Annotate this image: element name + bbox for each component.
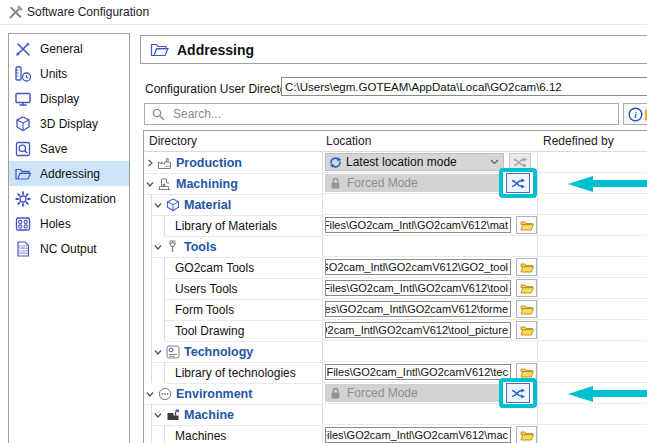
- software-configuration-window: { "window": { "title": "Software Configu…: [0, 0, 647, 443]
- lock-icon: [330, 387, 341, 400]
- arrow-shaft: [593, 390, 647, 397]
- column-header-redefined-by: Redefined by: [537, 134, 647, 148]
- factory-icon: [156, 155, 173, 170]
- path-input[interactable]: am Files\GO2cam_Intl\GO2camV612\tool: [325, 280, 511, 296]
- machine-icon: [164, 407, 181, 422]
- browse-folder-button[interactable]: [516, 279, 537, 297]
- directory-name: Machine: [184, 408, 234, 422]
- save-preview-icon: [13, 139, 33, 159]
- path-input[interactable]: n Files\GO2cam_Intl\GO2camV612\forme: [325, 301, 511, 317]
- sidebar-item-label: NC Output: [40, 242, 97, 256]
- redirect-button[interactable]: [506, 173, 530, 193]
- directory-name: Production: [176, 156, 242, 170]
- search-box: [144, 103, 619, 125]
- path-input[interactable]: \GO2cam_Intl\GO2camV612\tool_picture: [325, 322, 511, 338]
- chevron-down-icon[interactable]: [145, 390, 155, 398]
- arrow-shaft: [593, 180, 647, 187]
- chevron-down-icon[interactable]: [153, 243, 163, 251]
- sidebar-item-customization[interactable]: Customization: [9, 186, 129, 211]
- browse-folder-button[interactable]: [516, 300, 537, 318]
- sidebar-item-save[interactable]: Save: [9, 136, 129, 161]
- sidebar-item-label: Addressing: [40, 167, 100, 181]
- config-user-directory-input[interactable]: [281, 77, 647, 96]
- chevron-down-icon[interactable]: [145, 180, 155, 188]
- browse-folder-button[interactable]: [516, 216, 537, 234]
- redefined-by-cell: [537, 383, 647, 404]
- sidebar-item-nc-output[interactable]: G01G02 NC Output: [9, 236, 129, 261]
- chevron-right-icon[interactable]: [145, 159, 155, 167]
- chevron-down-icon[interactable]: [153, 201, 163, 209]
- divider: [0, 24, 647, 25]
- search-input[interactable]: [171, 106, 618, 122]
- path-input[interactable]: am Files\GO2cam_Intl\GO2camV612\mat: [325, 217, 511, 233]
- redirect-button[interactable]: [506, 383, 530, 403]
- table-row-library-of-technologies[interactable]: Library of technologies ram Files\GO2cam…: [144, 362, 647, 383]
- directory-name: Tool Drawing: [165, 324, 244, 338]
- table-row-material[interactable]: Material: [144, 194, 647, 215]
- info-button[interactable]: i: [623, 103, 647, 125]
- directory-name: Library of technologies: [165, 366, 296, 380]
- sidebar-item-units[interactable]: Units: [9, 61, 129, 86]
- table-row-machine[interactable]: Machine: [144, 404, 647, 425]
- folder-icon: [520, 304, 534, 315]
- directory-name: Form Tools: [165, 303, 234, 317]
- display-icon: [13, 89, 33, 109]
- ellipsis-circle-icon: [156, 386, 173, 401]
- folder-icon: [520, 283, 534, 294]
- table-row-machining[interactable]: Machining Forced Mode: [144, 173, 647, 194]
- table-row-go2cam-tools[interactable]: GO2cam Tools les\GO2cam_Intl\GO2camV612\…: [144, 257, 647, 278]
- forced-mode-label: Forced Mode: [347, 176, 418, 190]
- table-row-form-tools[interactable]: Form Tools n Files\GO2cam_Intl\GO2camV61…: [144, 299, 647, 320]
- chevron-down-icon[interactable]: [153, 411, 163, 419]
- table-row-machines[interactable]: Machines am Files\GO2cam_Intl\GO2camV612…: [144, 425, 647, 443]
- general-icon: [13, 39, 33, 59]
- table-row-users-tools[interactable]: Users Tools am Files\GO2cam_Intl\GO2camV…: [144, 278, 647, 299]
- path-input[interactable]: am Files\GO2cam_Intl\GO2camV612\mac: [325, 427, 511, 443]
- sidebar-item-label: Holes: [40, 217, 71, 231]
- search-icon: [152, 108, 165, 121]
- table-row-environment[interactable]: Environment Forced Mode: [144, 383, 647, 404]
- folder-icon: [520, 367, 534, 378]
- titlebar: Software Configuration: [0, 0, 647, 24]
- path-input[interactable]: les\GO2cam_Intl\GO2camV612\GO2_tool: [325, 259, 511, 275]
- forced-mode-indicator: Forced Mode: [325, 174, 506, 192]
- browse-folder-button[interactable]: [516, 258, 537, 276]
- milling-machine-icon: [156, 176, 173, 191]
- folder-icon: [520, 220, 534, 231]
- sidebar-item-3d-display[interactable]: 3D Display: [9, 111, 129, 136]
- table-row-production[interactable]: Production Latest location mode: [144, 152, 647, 173]
- table-row-tool-drawing[interactable]: Tool Drawing \GO2cam_Intl\GO2camV612\too…: [144, 320, 647, 341]
- folder-icon: [520, 325, 534, 336]
- callout-arrow: [543, 385, 647, 402]
- sidebar-item-label: Customization: [40, 192, 116, 206]
- sidebar-item-addressing[interactable]: Addressing: [9, 161, 129, 186]
- sidebar-item-holes[interactable]: Holes: [9, 211, 129, 236]
- path-input[interactable]: ram Files\GO2cam_Intl\GO2camV612\tec: [325, 364, 511, 380]
- directory-name: Library of Materials: [165, 219, 277, 233]
- sidebar-item-label: Save: [40, 142, 67, 156]
- table-row-tools[interactable]: Tools: [144, 236, 647, 257]
- browse-folder-button[interactable]: [516, 426, 537, 443]
- table-header: Directory Location Redefined by: [144, 131, 647, 152]
- info-icon: i: [628, 107, 643, 122]
- cube-icon: [13, 114, 33, 134]
- chevron-down-icon: [490, 159, 499, 165]
- config-user-directory-label: Configuration User Directory: [145, 82, 296, 96]
- folder-icon: [520, 430, 534, 441]
- nc-document-icon: G01G02: [13, 239, 33, 259]
- sidebar-item-label: Display: [40, 92, 79, 106]
- location-mode-dropdown[interactable]: Latest location mode: [325, 153, 504, 171]
- tool-bit-icon: [164, 239, 181, 254]
- svg-text:G02: G02: [19, 250, 28, 255]
- directory-name: Machining: [176, 177, 238, 191]
- directory-name: Material: [184, 198, 231, 212]
- column-header-directory: Directory: [144, 134, 322, 148]
- page-title: Addressing: [177, 42, 254, 58]
- table-row-library-of-materials[interactable]: Library of Materials am Files\GO2cam_Int…: [144, 215, 647, 236]
- chevron-down-icon[interactable]: [153, 348, 163, 356]
- browse-folder-button[interactable]: [516, 321, 537, 339]
- sidebar-item-label: 3D Display: [40, 117, 98, 131]
- sidebar-item-display[interactable]: Display: [9, 86, 129, 111]
- sidebar-item-general[interactable]: General: [9, 36, 129, 61]
- table-row-technology[interactable]: Technology: [144, 341, 647, 362]
